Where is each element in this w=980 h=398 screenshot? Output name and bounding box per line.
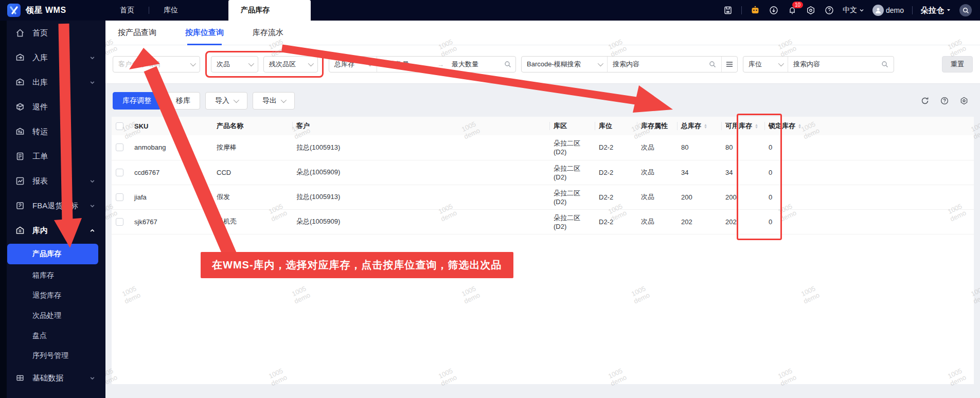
fba-return-icon [15, 201, 25, 210]
notifications-bell-icon[interactable]: 10 [787, 5, 797, 15]
cell-location: D2-2 [595, 209, 637, 234]
row-checkbox[interactable] [116, 143, 123, 151]
search-icon[interactable] [881, 61, 888, 68]
inventory-adjust-button[interactable]: 库存调整 [113, 92, 161, 110]
sidebar-subitem-return-inventory[interactable]: 退货库存 [0, 285, 105, 305]
sidebar-subitem-defective-handling[interactable]: 次品处理 [0, 305, 105, 325]
stock-type-select[interactable]: 总库存 [329, 57, 377, 72]
row-checkbox[interactable] [116, 169, 123, 176]
home-icon [15, 28, 25, 38]
tab-product-inventory[interactable]: 产品库存 [228, 0, 311, 21]
cell-name: 假发 [212, 185, 292, 209]
zone-select[interactable]: 残次品区 [263, 56, 318, 73]
user-menu[interactable]: demo [872, 5, 904, 16]
table-header-row: SKU 产品名称 客户 库区 库位 库存属性 总库存▲▼ 可用库存▲▼ 锁定库存… [112, 117, 974, 135]
tab-by-location[interactable]: 按库位查询 [185, 21, 224, 45]
select-all-checkbox[interactable] [116, 122, 123, 130]
avatar [872, 5, 884, 16]
tab-by-product[interactable]: 按产品查询 [118, 21, 156, 45]
query-tabs: 按产品查询 按库位查询 库存流水 [105, 21, 980, 45]
topnav-location[interactable]: 库位 [149, 6, 192, 15]
column-header-location: 库位 [595, 117, 637, 135]
sidebar-subitem-box-inventory[interactable]: 箱库存 [0, 265, 105, 285]
sidebar-item-fba-return[interactable]: FBA退货换标 [0, 193, 105, 218]
table-row: jiafa 假发 拉总(1005913) 朵拉二区(D2) D2-2 次品 20… [112, 185, 974, 209]
cell-zone: 朵拉二区(D2) [549, 135, 595, 160]
sidebar-item-base-data[interactable]: 基础数据 [0, 366, 105, 390]
lingxing-logo-icon [7, 4, 21, 17]
cell-customer: 朵总(1005909) [292, 209, 549, 234]
column-header-locked[interactable]: 锁定库存▲▼ [764, 117, 809, 135]
refresh-icon[interactable] [920, 96, 930, 105]
top-bar: 领星 WMS 首页 库位 产品库存 [0, 0, 980, 21]
move-stock-button[interactable]: 移库 [166, 92, 200, 110]
customer-select[interactable]: 客户名称/编码 [113, 56, 200, 73]
global-search-icon[interactable] [959, 4, 972, 16]
barcode-mode-select[interactable]: Barcode-模糊搜索 [522, 57, 607, 72]
download-icon[interactable] [769, 5, 779, 15]
sidebar-item-outbound[interactable]: 出库 [0, 70, 105, 95]
chevron-down-icon [778, 61, 784, 66]
cell-attr: 次品 [637, 209, 677, 234]
column-header-customer: 客户 [292, 117, 549, 135]
location-select[interactable]: 库位 [743, 57, 788, 72]
column-header-available[interactable]: 可用库存▲▼ [721, 117, 764, 135]
chevron-down-icon [281, 97, 287, 103]
cell-name: CCD [212, 160, 292, 185]
cell-attr: 次品 [637, 160, 677, 185]
sidebar-item-inbound[interactable]: 入库 [0, 45, 105, 70]
tab-stock-flow[interactable]: 库存流水 [253, 21, 283, 45]
inbound-icon [15, 53, 25, 62]
sort-icon[interactable]: ▲▼ [755, 123, 758, 129]
stock-attr-select[interactable]: 次品 [211, 56, 258, 73]
max-quantity-input[interactable]: 最大数量 [447, 57, 500, 72]
print-icon[interactable] [723, 5, 733, 15]
column-settings-icon[interactable] [959, 96, 969, 105]
chevron-down-icon [367, 61, 373, 66]
cell-sku: sjk6767 [130, 209, 212, 234]
reset-button[interactable]: 重置 [942, 56, 973, 73]
cell-locked: 0 [764, 160, 809, 185]
table-help-icon[interactable] [940, 96, 949, 105]
language-selector[interactable]: 中文 [843, 6, 864, 15]
cell-locked: 0 [764, 209, 809, 234]
sidebar-item-home[interactable]: 首页 [0, 21, 105, 45]
quantity-search-icon[interactable] [500, 57, 515, 72]
cell-name: 手机壳 [212, 209, 292, 234]
sidebar-item-in-warehouse[interactable]: 库内 [0, 218, 105, 243]
cell-customer: 拉总(1005913) [292, 135, 549, 160]
sidebar-subitem-product-inventory[interactable]: 产品库存 [7, 244, 98, 264]
cell-attr: 次品 [637, 185, 677, 209]
cell-attr: 次品 [637, 135, 677, 160]
cell-sku: ccd6767 [130, 160, 212, 185]
sidebar-subitem-serial-number[interactable]: 序列号管理 [0, 346, 105, 366]
sort-icon[interactable]: ▲▼ [704, 123, 707, 129]
topnav-home[interactable]: 首页 [105, 6, 149, 15]
sidebar-item-reports[interactable]: 报表 [0, 169, 105, 193]
sidebar-item-returns[interactable]: 退件 [0, 95, 105, 119]
settings-gear-icon[interactable] [806, 5, 816, 15]
export-button[interactable]: 导出 [253, 92, 295, 110]
location-search-group: 库位 搜索内容 [743, 56, 894, 73]
import-button[interactable]: 导入 [205, 92, 247, 110]
sidebar-item-work-order[interactable]: 工单 [0, 144, 105, 169]
barcode-search-input[interactable]: 搜索内容 [607, 57, 721, 72]
row-checkbox[interactable] [116, 193, 123, 201]
sidebar-subitem-stocktake[interactable]: 盘点 [0, 325, 105, 346]
chevron-down-icon [234, 97, 239, 103]
app-logo: 领星 WMS [0, 4, 105, 17]
cell-locked: 0 [764, 185, 809, 209]
search-icon[interactable] [709, 61, 716, 68]
cell-zone: 朵拉二区(D2) [549, 209, 595, 234]
cell-total: 202 [677, 209, 721, 234]
warehouse-selector[interactable]: 朵拉仓 [921, 6, 951, 15]
search-list-icon[interactable] [721, 57, 737, 72]
row-checkbox[interactable] [116, 218, 123, 226]
sort-icon[interactable]: ▲▼ [798, 123, 801, 129]
sidebar-item-transfer[interactable]: 转运 [0, 119, 105, 144]
help-icon[interactable] [824, 5, 834, 15]
column-header-total[interactable]: 总库存▲▼ [677, 117, 721, 135]
robot-assistant-icon[interactable] [750, 5, 760, 15]
min-quantity-input[interactable]: 最小数量 [377, 57, 432, 72]
location-search-input[interactable]: 搜索内容 [788, 57, 894, 72]
